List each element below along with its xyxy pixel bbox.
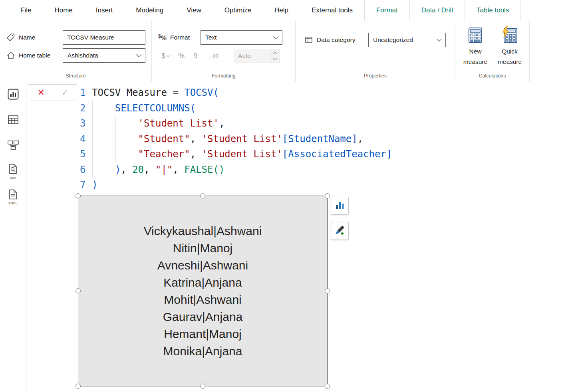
editor-and-canvas: ✕ ✓ 1TOCSV Measure = TOCSV(2 SELECTCOLUM… bbox=[26, 82, 576, 392]
dollar-percent-icon: $% bbox=[158, 34, 167, 42]
name-label: Name bbox=[19, 34, 35, 41]
line-number: 4 bbox=[80, 131, 92, 147]
quick-measure-label-bottom: measure bbox=[498, 57, 522, 67]
selection-handle-bottom-right[interactable] bbox=[325, 384, 330, 389]
commit-button[interactable]: ✓ bbox=[53, 85, 77, 101]
code-line[interactable]: 7) bbox=[80, 177, 392, 193]
thousands-icon: 9 bbox=[193, 52, 197, 60]
quick-measure-label-top: Quick bbox=[502, 46, 518, 57]
currency-button[interactable]: $ bbox=[161, 52, 169, 60]
tmdl-icon bbox=[8, 189, 18, 201]
data-category-label: Data category bbox=[317, 36, 356, 44]
sidebar-item-model-view[interactable] bbox=[0, 133, 26, 159]
brush-plus-icon bbox=[334, 225, 345, 237]
sidebar-item-table-view[interactable] bbox=[0, 108, 26, 133]
csv-line: Mohit|Ashwani bbox=[144, 291, 262, 308]
tab-modeling[interactable]: Modeling bbox=[124, 0, 175, 21]
code-line[interactable]: 2 SELECTCOLUMNS( bbox=[80, 101, 392, 116]
spinner-buttons[interactable] bbox=[270, 49, 280, 63]
code-line[interactable]: 3 'Student List', bbox=[80, 116, 392, 131]
data-category-select[interactable]: Uncategorized bbox=[368, 33, 446, 47]
line-number: 7 bbox=[80, 177, 92, 193]
code-token: , bbox=[173, 162, 184, 178]
auto-value: Auto bbox=[238, 52, 251, 59]
decimal-auto-spinner[interactable]: Auto bbox=[234, 49, 280, 63]
line-number: 1 bbox=[80, 85, 92, 101]
number-format-buttons: $ % 9 →.00 bbox=[161, 49, 218, 63]
decimal-icon: →.00 bbox=[206, 53, 218, 59]
new-measure-label-bottom: measure bbox=[463, 57, 487, 67]
csv-line: Katrina|Anjana bbox=[144, 274, 262, 291]
home-table-select[interactable]: Ashishdata bbox=[63, 48, 145, 63]
code-token: , bbox=[190, 147, 202, 162]
home-table-field-row: Home table bbox=[6, 48, 50, 63]
code-token bbox=[92, 116, 138, 131]
code-token: "|" bbox=[155, 162, 173, 178]
tab-table-tools[interactable]: Table tools bbox=[465, 0, 521, 21]
csv-line: Monika|Anjana bbox=[144, 343, 262, 360]
code-token: TOCSV( bbox=[184, 85, 219, 101]
percent-button[interactable]: % bbox=[178, 52, 185, 60]
code-token: [AssociatedTeacher] bbox=[282, 147, 392, 162]
line-number: 5 bbox=[80, 147, 92, 162]
ribbon-group-structure: Name Home table Ashishdata Structure bbox=[0, 21, 152, 82]
selection-handle-top-right[interactable] bbox=[325, 193, 330, 198]
csv-line: Nitin|Manoj bbox=[144, 240, 262, 257]
tab-optimize[interactable]: Optimize bbox=[213, 0, 263, 21]
code-token: ) bbox=[115, 162, 121, 178]
group-label-properties: Properties bbox=[296, 73, 455, 79]
sidebar-item-tmdl-view[interactable]: TMDL bbox=[0, 184, 26, 210]
tab-help[interactable]: Help bbox=[263, 0, 300, 21]
quick-measure-button[interactable]: Quick measure bbox=[492, 24, 527, 67]
code-line[interactable]: 5 "Teacher", 'Student List'[AssociatedTe… bbox=[80, 147, 392, 162]
format-select[interactable]: Text bbox=[201, 30, 282, 45]
cancel-button[interactable]: ✕ bbox=[29, 85, 53, 101]
formula-commit-box: ✕ ✓ bbox=[29, 84, 77, 101]
code-token bbox=[92, 101, 115, 116]
dax-formula-editor[interactable]: 1TOCSV Measure = TOCSV(2 SELECTCOLUMNS(3… bbox=[80, 85, 392, 193]
home-icon bbox=[6, 51, 15, 60]
tmdl-label: TMDL bbox=[8, 202, 17, 205]
tab-file[interactable]: File bbox=[9, 0, 43, 21]
code-line[interactable]: 4 "Student", 'Student List'[StudentName]… bbox=[80, 131, 392, 147]
percent-icon: % bbox=[178, 52, 185, 60]
selection-handle-middle-right[interactable] bbox=[325, 288, 330, 293]
tab-format[interactable]: Format bbox=[364, 0, 409, 21]
tab-view[interactable]: View bbox=[175, 0, 213, 21]
measure-name-input[interactable] bbox=[63, 30, 145, 45]
tab-insert[interactable]: Insert bbox=[84, 0, 125, 21]
chevron-down-icon bbox=[136, 52, 141, 57]
new-measure-button[interactable]: New measure bbox=[459, 24, 492, 67]
code-line[interactable]: 1TOCSV Measure = TOCSV( bbox=[80, 85, 392, 101]
sidebar-item-report-view[interactable] bbox=[0, 82, 26, 108]
selection-handle-top-middle[interactable] bbox=[200, 193, 205, 198]
csv-line: Avneshi|Ashwani bbox=[144, 257, 262, 274]
code-token: SELECTCOLUMNS( bbox=[115, 101, 196, 116]
code-token: 'Student List' bbox=[202, 147, 282, 162]
code-token: [StudentName] bbox=[282, 131, 358, 147]
dax-query-label: DAX bbox=[10, 176, 16, 180]
code-token bbox=[92, 162, 115, 178]
tab-data-drill[interactable]: Data / Drill bbox=[409, 0, 465, 21]
thousands-separator-button[interactable]: 9 bbox=[193, 52, 197, 60]
selection-handle-bottom-middle[interactable] bbox=[200, 384, 205, 389]
code-line[interactable]: 6 ), 20, "|", FALSE() bbox=[80, 162, 392, 178]
tab-home[interactable]: Home bbox=[43, 0, 84, 21]
format-visual-brush-button[interactable] bbox=[331, 222, 349, 240]
card-visual[interactable]: Vickykaushal|AshwaniNitin|ManojAvneshi|A… bbox=[78, 196, 328, 386]
ribbon-group-properties: Data category Uncategorized Properties bbox=[296, 21, 455, 82]
code-token: ) bbox=[92, 177, 97, 193]
code-token: 'Student List' bbox=[202, 131, 282, 147]
code-token: "Teacher" bbox=[138, 147, 190, 162]
tab-external-tools[interactable]: External tools bbox=[300, 0, 364, 21]
name-field-row: Name bbox=[6, 30, 35, 45]
on-object-visual-type-button[interactable] bbox=[331, 197, 349, 215]
sidebar-item-dax-query-view[interactable]: DAX bbox=[0, 159, 26, 184]
powerbi-window: FileHomeInsertModelingViewOptimizeHelpEx… bbox=[0, 0, 576, 392]
selection-handle-top-left[interactable] bbox=[75, 193, 81, 198]
selection-handle-middle-left[interactable] bbox=[75, 288, 81, 293]
ribbon-group-formatting: $% Format Text $ % 9 →.00 Auto Formattin… bbox=[152, 21, 296, 82]
code-token: , bbox=[219, 116, 224, 131]
selection-handle-bottom-left[interactable] bbox=[75, 384, 81, 389]
decimal-places-button[interactable]: →.00 bbox=[206, 53, 218, 59]
